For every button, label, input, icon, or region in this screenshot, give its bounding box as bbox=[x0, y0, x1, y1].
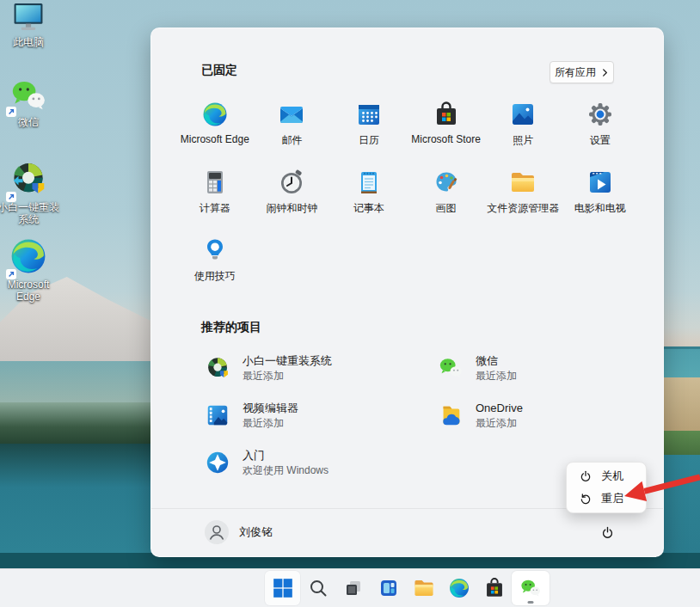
monitor-icon bbox=[10, 2, 46, 34]
recommended-item-onedrive[interactable]: OneDrive最近添加 bbox=[438, 402, 671, 449]
pinned-app-photos[interactable]: 照片 bbox=[484, 101, 562, 169]
settings-gear-icon bbox=[586, 101, 614, 128]
pinned-app-settings[interactable]: 设置 bbox=[562, 101, 639, 169]
pinned-app-calculator[interactable]: 计算器 bbox=[176, 169, 254, 236]
taskbar-store-button[interactable] bbox=[476, 571, 512, 605]
pinned-app-label: 计算器 bbox=[200, 201, 230, 216]
pinned-apps-grid: Microsoft Edge 邮件 日历 Microsoft Store 照片 bbox=[176, 101, 639, 304]
desktop-icon-label: Microsoft Edge bbox=[0, 279, 59, 303]
pinned-app-label: 邮件 bbox=[281, 133, 302, 148]
pinned-app-calendar[interactable]: 日历 bbox=[330, 101, 408, 169]
recommended-section-header: 推荐的项目 bbox=[201, 320, 261, 335]
taskbar-task-view-button[interactable] bbox=[335, 571, 371, 605]
pinned-app-microsoft-edge[interactable]: Microsoft Edge bbox=[176, 101, 254, 169]
user-button[interactable]: 刘俊铭 bbox=[205, 520, 273, 544]
folder-icon bbox=[509, 169, 537, 196]
taskbar-start-button[interactable] bbox=[265, 571, 300, 605]
store-icon bbox=[483, 577, 506, 599]
pinned-app-label: 记事本 bbox=[353, 201, 384, 216]
taskbar bbox=[0, 568, 700, 607]
pinned-app-label: 画图 bbox=[436, 201, 457, 216]
desktop-icon-xiaobai[interactable]: 小白一键重装系统 bbox=[0, 159, 61, 225]
shortcut-arrow-icon bbox=[6, 105, 16, 115]
avatar bbox=[205, 520, 229, 544]
pinned-app-notepad[interactable]: 记事本 bbox=[330, 169, 408, 236]
power-icon bbox=[579, 469, 593, 483]
shortcut-arrow-icon bbox=[6, 190, 16, 200]
pinned-section-header: 已固定 bbox=[201, 63, 237, 78]
all-apps-button[interactable]: 所有应用 bbox=[550, 61, 614, 83]
pinned-app-paint[interactable]: 画图 bbox=[408, 169, 485, 236]
shutdown-label: 关机 bbox=[601, 469, 623, 484]
movies-icon bbox=[586, 169, 614, 196]
desktop: 此电脑 微信 小白一键重装系统 Microsoft Edge 已固定 所有应用 bbox=[0, 0, 700, 607]
wechat-icon bbox=[9, 77, 48, 113]
desktop-icon-label: 微信 bbox=[18, 116, 39, 128]
pinned-app-microsoft-store[interactable]: Microsoft Store bbox=[408, 101, 485, 169]
calendar-icon bbox=[355, 101, 383, 128]
recommended-subtitle: 最近添加 bbox=[476, 416, 523, 430]
wallpaper-water-right bbox=[662, 455, 700, 568]
pinned-app-label: 文件资源管理器 bbox=[487, 201, 559, 216]
pinned-app-mail[interactable]: 邮件 bbox=[254, 101, 331, 169]
taskbar-search-button[interactable] bbox=[300, 571, 335, 605]
calculator-icon bbox=[201, 169, 229, 196]
xiaobai-icon bbox=[9, 159, 48, 199]
recommended-subtitle: 欢迎使用 Windows bbox=[243, 463, 329, 477]
search-icon bbox=[308, 578, 329, 598]
user-name: 刘俊铭 bbox=[239, 524, 273, 540]
shortcut-arrow-icon bbox=[6, 267, 16, 278]
desktop-icon-label: 此电脑 bbox=[13, 36, 44, 48]
windows-logo-icon bbox=[272, 577, 294, 599]
clock-icon bbox=[278, 169, 305, 196]
recommended-title: 入门 bbox=[243, 449, 329, 463]
flyout-item-restart[interactable]: 重启 bbox=[567, 487, 646, 510]
edge-icon bbox=[9, 236, 48, 276]
power-button[interactable] bbox=[597, 522, 617, 543]
taskbar-edge-button[interactable] bbox=[441, 571, 476, 605]
onedrive-icon bbox=[438, 402, 464, 428]
taskbar-file-explorer-button[interactable] bbox=[406, 571, 441, 605]
notepad-icon bbox=[355, 169, 383, 196]
pinned-app-file-explorer[interactable]: 文件资源管理器 bbox=[484, 169, 562, 236]
flyout-item-shutdown[interactable]: 关机 bbox=[567, 465, 646, 487]
recommended-item-wechat[interactable]: 微信最近添加 bbox=[438, 354, 671, 402]
running-indicator bbox=[528, 601, 534, 604]
pinned-app-label: Microsoft Edge bbox=[181, 133, 249, 145]
taskbar-wechat-button[interactable] bbox=[512, 571, 550, 605]
store-icon bbox=[433, 101, 460, 128]
recommended-item-video-editor[interactable]: 视频编辑器最近添加 bbox=[205, 402, 438, 449]
desktop-icon-edge[interactable]: Microsoft Edge bbox=[0, 236, 61, 303]
paint-icon bbox=[433, 169, 460, 196]
pinned-app-alarms-clock[interactable]: 闹钟和时钟 bbox=[254, 169, 331, 236]
recommended-title: 视频编辑器 bbox=[243, 402, 298, 415]
pinned-app-tips[interactable]: 使用技巧 bbox=[176, 236, 254, 304]
pinned-app-label: 日历 bbox=[359, 133, 379, 148]
desktop-icon-this-pc[interactable]: 此电脑 bbox=[0, 2, 61, 48]
mail-icon bbox=[278, 101, 305, 128]
recommended-item-get-started[interactable]: 入门欢迎使用 Windows bbox=[205, 449, 438, 496]
recommended-title: OneDrive bbox=[476, 402, 523, 415]
pinned-app-label: 闹钟和时钟 bbox=[266, 201, 317, 216]
pinned-app-label: 照片 bbox=[513, 133, 533, 148]
wallpaper-mist bbox=[0, 361, 159, 406]
tips-bulb-icon bbox=[201, 236, 229, 264]
recommended-title: 微信 bbox=[476, 354, 517, 368]
desktop-icon-label: 小白一键重装系统 bbox=[0, 201, 59, 225]
restart-label: 重启 bbox=[601, 491, 623, 506]
recommended-title: 小白一键重装系统 bbox=[243, 354, 332, 368]
pinned-app-label: 使用技巧 bbox=[194, 269, 236, 284]
widgets-icon bbox=[378, 578, 399, 598]
pinned-app-label: 设置 bbox=[590, 133, 611, 148]
taskbar-widgets-button[interactable] bbox=[371, 571, 406, 605]
recommended-item-xiaobai[interactable]: 小白一键重装系统最近添加 bbox=[205, 354, 438, 402]
recommended-subtitle: 最近添加 bbox=[476, 369, 517, 383]
recommended-subtitle: 最近添加 bbox=[243, 369, 332, 383]
pinned-app-label: 电影和电视 bbox=[574, 201, 626, 216]
folder-icon bbox=[413, 577, 435, 599]
wechat-icon bbox=[519, 577, 542, 599]
wallpaper-treeline bbox=[0, 402, 159, 447]
pinned-app-movies-tv[interactable]: 电影和电视 bbox=[562, 169, 639, 236]
all-apps-label: 所有应用 bbox=[555, 65, 596, 80]
desktop-icon-wechat[interactable]: 微信 bbox=[0, 77, 61, 128]
